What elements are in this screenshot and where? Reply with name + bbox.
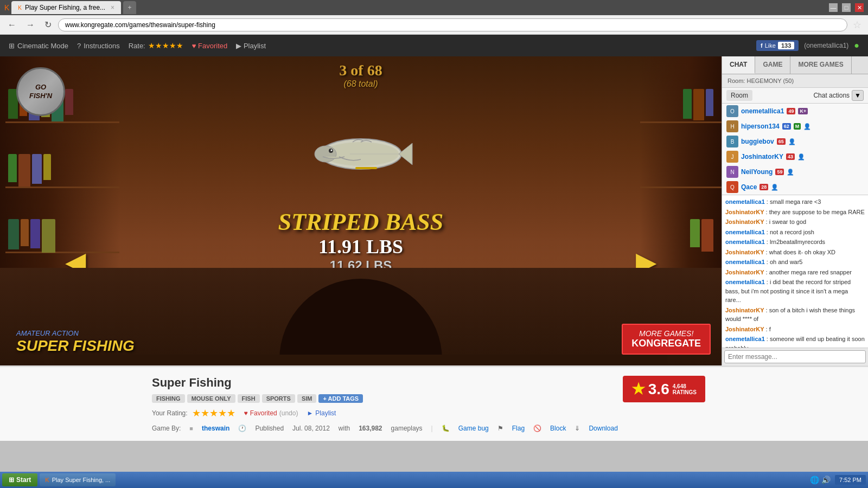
chat-msg-user-8[interactable]: JoshinatorKY <box>725 269 764 275</box>
flag-icon: ⚑ <box>497 425 503 432</box>
facebook-like-btn[interactable]: f Like 133 <box>756 40 799 51</box>
user-name-3[interactable]: buggiebov <box>741 138 774 145</box>
add-tags-btn[interactable]: + ADD TAGS <box>318 394 363 403</box>
user-name-4[interactable]: JoshinatorKY <box>741 153 783 160</box>
books-right-2 <box>690 219 713 252</box>
clock-icon: 🕐 <box>238 425 246 432</box>
chat-msg-user-10[interactable]: JoshinatorKY <box>725 307 764 313</box>
tag-sim[interactable]: SIM <box>297 394 317 403</box>
room-actions-bar: Room Chat actions ▼ <box>722 88 868 104</box>
plays-suffix: gameplays <box>391 425 423 432</box>
chat-msg-user-6[interactable]: JoshinatorKY <box>725 249 764 255</box>
chat-message-6: JoshinatorKY : what does it- oh okay XD <box>725 248 865 257</box>
chat-message-8: JoshinatorKY : another mega rare red sna… <box>725 268 865 277</box>
user-name-6[interactable]: Qace <box>741 183 757 191</box>
window-controls: — □ ✕ <box>829 3 864 12</box>
undo-label[interactable]: (undo) <box>279 409 298 417</box>
author-link[interactable]: theswain <box>202 425 229 432</box>
book-14 <box>42 219 55 253</box>
chat-msg-user-3[interactable]: JoshinatorKY <box>725 219 764 225</box>
weight-main: 11.91 LBS <box>318 235 403 258</box>
taskbar-right: 🌐 🔊 7:52 PM <box>810 475 866 485</box>
instructions-btn[interactable]: ? Instructions <box>77 42 120 50</box>
playlist-section[interactable]: ► Playlist <box>307 409 336 417</box>
pub-date: Jul. 08, 2012 <box>292 425 330 432</box>
your-rating: Your Rating: ★★★★★ <box>152 407 235 419</box>
go-fish-button[interactable]: GOFISH'N <box>16 67 65 116</box>
user-badge-1: 49 <box>787 108 795 114</box>
game-background: GOFISH'N 3 of 68 (68 total) <box>0 56 722 365</box>
forward-button[interactable]: → <box>23 18 38 32</box>
rating-score-display: ★ 3.6 4,648 RATINGS <box>631 380 697 398</box>
game-frame[interactable]: GOFISH'N 3 of 68 (68 total) <box>0 56 722 365</box>
user-name-5[interactable]: NeilYoung <box>741 168 773 176</box>
chat-msg-user-5[interactable]: onemetallica1 <box>725 239 765 245</box>
instructions-icon: ? <box>77 42 81 50</box>
fb-count: 133 <box>778 42 794 49</box>
user-icon-5: 👤 <box>787 169 794 176</box>
favorited-section[interactable]: ♥ Favorited (undo) <box>244 409 298 417</box>
back-button[interactable]: ← <box>4 18 20 32</box>
address-bar[interactable] <box>58 18 847 31</box>
user-name-2[interactable]: hiperson134 <box>741 123 780 130</box>
game-bug-link[interactable]: Game bug <box>458 425 489 432</box>
chat-input[interactable] <box>724 350 866 363</box>
chat-msg-user-9[interactable]: onemetallica1 <box>725 279 765 285</box>
playlist-btn[interactable]: ▶ Playlist <box>236 42 266 50</box>
fireplace-arch <box>279 279 442 365</box>
download-link[interactable]: Download <box>589 425 617 432</box>
chat-actions-dropdown[interactable]: ▼ <box>852 90 864 101</box>
rate-section: Rate: ★★★★★ <box>129 41 183 50</box>
favorited-btn[interactable]: ♥ Favorited <box>192 42 228 50</box>
title-bar-left: K K Play Super Fishing, a free... × + <box>4 1 136 14</box>
tab-game[interactable]: GAME <box>755 56 790 74</box>
user-icon-4: 👤 <box>797 153 805 160</box>
chat-tabs: CHAT GAME MORE GAMES <box>722 56 868 74</box>
book-10 <box>43 154 51 180</box>
chat-msg-user-7[interactable]: onemetallica1 <box>725 259 765 265</box>
close-button[interactable]: ✕ <box>855 3 864 12</box>
tag-sports[interactable]: SPORTS <box>262 394 295 403</box>
user-row-6: Q Qace 28 👤 <box>722 179 868 195</box>
tag-mouse-only[interactable]: MOUSE ONLY <box>187 394 235 403</box>
tab-close-btn[interactable]: × <box>111 4 114 11</box>
cinematic-mode-btn[interactable]: ⊞ Cinematic Mode <box>9 42 68 50</box>
chat-msg-user-1[interactable]: onemetallica1 <box>725 198 765 205</box>
chat-msg-text-3: : i swear to god <box>766 219 807 225</box>
flag-link[interactable]: Flag <box>512 425 525 432</box>
chat-msg-user-11[interactable]: JoshinatorKY <box>725 326 764 332</box>
your-rating-stars[interactable]: ★★★★★ <box>192 407 235 419</box>
chat-msg-user-2[interactable]: JoshinatorKY <box>725 209 764 215</box>
active-tab[interactable]: K Play Super Fishing, a free... × <box>11 1 121 14</box>
bookmark-star[interactable]: ☆ <box>851 17 864 33</box>
rate-stars[interactable]: ★★★★★ <box>148 41 183 50</box>
shelf-right-1 <box>640 121 722 123</box>
minimize-button[interactable]: — <box>829 3 838 12</box>
tab-more-games[interactable]: MORE GAMES <box>790 56 851 74</box>
chat-msg-user-12[interactable]: onemetallica1 <box>725 336 765 342</box>
new-tab-btn[interactable]: + <box>123 1 136 14</box>
pub-suffix: with <box>339 425 350 432</box>
tag-fish[interactable]: FISH <box>238 394 260 403</box>
book-8 <box>18 154 30 187</box>
game-by-label: Game By: <box>152 425 181 432</box>
star-icon: ★ <box>631 380 645 398</box>
start-button[interactable]: ⊞ Start <box>2 473 37 486</box>
block-link[interactable]: Block <box>550 425 566 432</box>
user-name-1[interactable]: onemetallica1 <box>741 107 784 115</box>
taskbar-browser-item[interactable]: K Play Super Fishing, ... <box>40 473 116 486</box>
user-badge-2: 62 <box>782 123 791 130</box>
game-title-area: Super Fishing FISHING MOUSE ONLY FISH SP… <box>152 376 623 419</box>
chat-msg-text-7: : oh and war5 <box>767 259 803 265</box>
tab-chat[interactable]: CHAT <box>722 56 755 74</box>
maximize-button[interactable]: □ <box>842 3 851 12</box>
refresh-button[interactable]: ↻ <box>41 17 55 32</box>
title-bar: K K Play Super Fishing, a free... × + — … <box>0 0 868 15</box>
more-games-button[interactable]: MORE GAMES! KONGREGATE <box>622 324 711 355</box>
room-tab[interactable]: Room <box>726 90 752 101</box>
user-avatar-4: J <box>726 151 738 163</box>
chat-msg-user-4[interactable]: onemetallica1 <box>725 229 765 235</box>
chat-msg-text-8: : another mega rare red snapper <box>766 269 852 275</box>
user-avatar-1: O <box>726 105 738 117</box>
tag-fishing[interactable]: FISHING <box>152 394 185 403</box>
